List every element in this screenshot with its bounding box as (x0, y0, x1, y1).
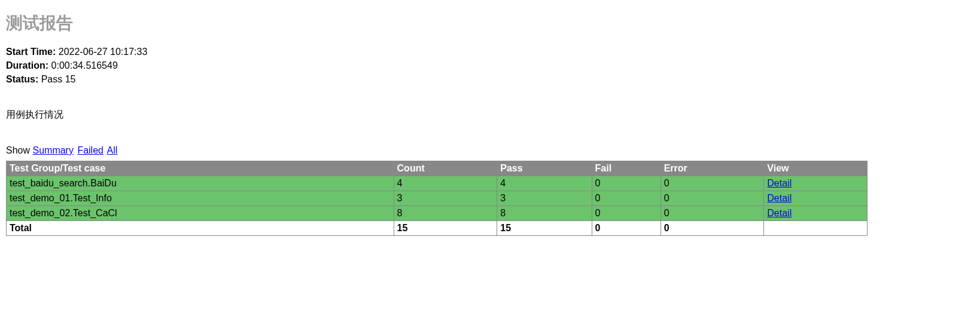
header-count: Count (394, 161, 497, 176)
cell-view: Detail (764, 191, 868, 206)
table-row: test_baidu_search.BaiDu 4 4 0 0 Detail (7, 176, 868, 191)
cell-fail: 0 (592, 191, 661, 206)
detail-link[interactable]: Detail (767, 208, 792, 218)
total-pass: 15 (497, 221, 592, 236)
cell-count: 8 (394, 206, 497, 221)
start-time-line: Start Time: 2022-06-27 10:17:33 (6, 47, 974, 57)
cell-pass: 4 (497, 176, 592, 191)
cell-name: test_baidu_search.BaiDu (7, 176, 394, 191)
filter-summary-link[interactable]: Summary (32, 145, 73, 155)
filter-all-link[interactable]: All (107, 145, 118, 155)
status-value: Pass 15 (41, 74, 76, 84)
total-view (764, 221, 868, 236)
cell-error: 0 (661, 191, 764, 206)
cell-fail: 0 (592, 206, 661, 221)
start-time-label: Start Time: (6, 47, 56, 57)
table-row: test_demo_02.Test_CaCl 8 8 0 0 Detail (7, 206, 868, 221)
cell-name: test_demo_01.Test_Info (7, 191, 394, 206)
duration-line: Duration: 0:00:34.516549 (6, 60, 974, 71)
status-label: Status: (6, 74, 38, 84)
results-table: Test Group/Test case Count Pass Fail Err… (6, 161, 868, 236)
duration-value: 0:00:34.516549 (51, 60, 118, 70)
detail-link[interactable]: Detail (767, 193, 792, 203)
show-filter-line: Show Summary Failed All (6, 145, 974, 156)
cell-view: Detail (764, 176, 868, 191)
cell-fail: 0 (592, 176, 661, 191)
show-label: Show (6, 145, 30, 155)
cell-name: test_demo_02.Test_CaCl (7, 206, 394, 221)
header-name: Test Group/Test case (7, 161, 394, 176)
status-line: Status: Pass 15 (6, 74, 974, 85)
total-name: Total (7, 221, 394, 236)
start-time-value: 2022-06-27 10:17:33 (59, 47, 148, 57)
header-error: Error (661, 161, 764, 176)
cell-pass: 8 (497, 206, 592, 221)
report-title: 测试报告 (6, 12, 974, 35)
filter-failed-link[interactable]: Failed (77, 145, 104, 155)
total-count: 15 (394, 221, 497, 236)
table-row: test_demo_01.Test_Info 3 3 0 0 Detail (7, 191, 868, 206)
table-total-row: Total 15 15 0 0 (7, 221, 868, 236)
table-header-row: Test Group/Test case Count Pass Fail Err… (7, 161, 868, 176)
header-pass: Pass (497, 161, 592, 176)
total-error: 0 (661, 221, 764, 236)
header-view: View (764, 161, 868, 176)
cell-error: 0 (661, 176, 764, 191)
header-fail: Fail (592, 161, 661, 176)
detail-link[interactable]: Detail (767, 178, 792, 188)
total-fail: 0 (592, 221, 661, 236)
section-title: 用例执行情况 (6, 109, 974, 121)
cell-count: 3 (394, 191, 497, 206)
cell-pass: 3 (497, 191, 592, 206)
cell-error: 0 (661, 206, 764, 221)
cell-view: Detail (764, 206, 868, 221)
cell-count: 4 (394, 176, 497, 191)
duration-label: Duration: (6, 60, 48, 70)
